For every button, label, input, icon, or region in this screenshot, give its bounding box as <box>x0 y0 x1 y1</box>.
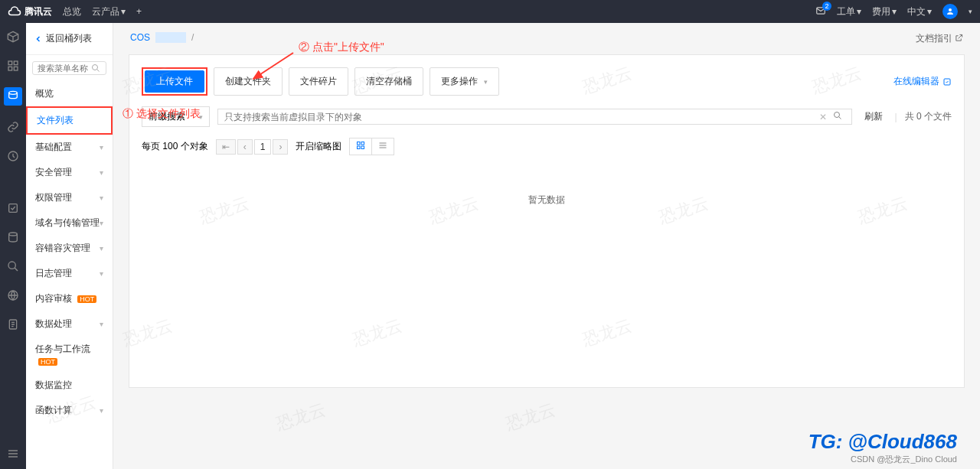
rail-cube-icon[interactable] <box>5 29 21 44</box>
sidebar-item-7[interactable]: 日志管理▾ <box>26 261 113 286</box>
rail-menu-icon[interactable] <box>5 446 21 461</box>
sidebar-item-label: 任务与工作流 HOT <box>35 343 103 366</box>
chevron-down-icon: ▾ <box>100 320 103 328</box>
per-page-label: 每页 100 个对象 <box>142 140 208 153</box>
sidebar-item-label: 文件列表 <box>37 114 74 127</box>
svg-point-13 <box>93 65 98 70</box>
nav-plus[interactable]: + <box>136 6 142 17</box>
sidebar-item-label: 域名与传输管理 <box>35 217 100 230</box>
nav-products[interactable]: 云产品 ▾ <box>92 5 126 18</box>
sidebar-item-label: 概览 <box>35 87 54 100</box>
tg-label: TG: @Cloud868 <box>808 430 957 454</box>
svg-point-15 <box>834 112 839 118</box>
nav-tickets[interactable]: 工单 ▾ <box>837 5 861 18</box>
sidebar-item-3[interactable]: 安全管理▾ <box>26 160 113 185</box>
sidebar-item-9[interactable]: 数据处理▾ <box>26 311 113 337</box>
svg-point-10 <box>8 262 15 269</box>
nav-fees[interactable]: 费用 ▾ <box>872 5 897 18</box>
doc-guide-link[interactable]: 文档指引 <box>916 32 963 45</box>
chevron-down-icon: ▾ <box>100 244 103 252</box>
rail-link-icon[interactable] <box>5 119 21 135</box>
rail-clock-icon[interactable] <box>5 148 21 164</box>
view-toggle <box>349 138 394 155</box>
fragments-button[interactable]: 文件碎片 <box>289 67 348 96</box>
sidebar-item-label: 数据处理 <box>35 318 72 331</box>
sidebar-item-label: 函数计算 <box>35 404 72 417</box>
page-first[interactable]: ⇤ <box>216 139 236 155</box>
back-to-buckets[interactable]: 返回桶列表 <box>26 23 113 55</box>
nav-lang[interactable]: 中文 ▾ <box>907 5 932 18</box>
brand-text: 腾讯云 <box>24 5 52 18</box>
brand-logo[interactable]: 腾讯云 <box>8 5 52 18</box>
sidebar-item-4[interactable]: 权限管理▾ <box>26 185 113 210</box>
arrow-left-icon <box>34 34 43 44</box>
sidebar-item-12[interactable]: 函数计算▾ <box>26 398 113 423</box>
clear-icon[interactable]: ✕ <box>816 112 830 122</box>
main: COS / 文档指引 上传文件 创建文件夹 文件碎片 清空存储桶 更多操作 在线… <box>113 23 980 469</box>
view-list[interactable] <box>372 138 394 155</box>
crumb-cos[interactable]: COS <box>130 32 150 43</box>
rail-grid-icon[interactable] <box>5 58 21 73</box>
sidebar-search-input[interactable] <box>38 64 91 73</box>
mail-icon[interactable]: 2 <box>815 5 826 18</box>
page-current[interactable]: 1 <box>254 139 272 155</box>
chevron-down-icon: ▾ <box>100 143 103 151</box>
rail-bucket-icon[interactable] <box>4 87 22 106</box>
page-next[interactable]: › <box>273 139 288 155</box>
search-icon <box>91 64 100 73</box>
svg-rect-17 <box>361 142 364 145</box>
search-bar: 前缀搜索 ✕ 刷新 | 共 0 个文件 <box>142 106 952 127</box>
thumbnail-toggle-label: 开启缩略图 <box>296 140 341 153</box>
sidebar-item-5[interactable]: 域名与传输管理▾ <box>26 210 113 236</box>
sidebar-item-11[interactable]: 数据监控 <box>26 373 113 398</box>
svg-rect-5 <box>14 67 18 70</box>
online-editor-link[interactable]: 在线编辑器 <box>893 75 952 88</box>
editor-icon <box>942 77 952 86</box>
create-folder-button[interactable]: 创建文件夹 <box>214 67 283 96</box>
cloud-icon <box>8 5 21 18</box>
toolbar: 上传文件 创建文件夹 文件碎片 清空存储桶 更多操作 在线编辑器 <box>142 67 952 96</box>
rail-check-icon[interactable] <box>5 200 21 216</box>
sidebar-search[interactable] <box>32 61 106 75</box>
clear-bucket-button[interactable]: 清空存储桶 <box>354 67 423 96</box>
rail-database-icon[interactable] <box>5 230 21 245</box>
sidebar-item-2[interactable]: 基础配置▾ <box>26 135 113 160</box>
svg-point-6 <box>9 91 18 94</box>
svg-point-1 <box>949 8 952 11</box>
avatar-caret[interactable]: ▾ <box>969 8 972 15</box>
rail-doc-icon[interactable] <box>5 317 21 332</box>
nav-overview[interactable]: 总览 <box>63 5 81 18</box>
refresh-button[interactable]: 刷新 <box>860 110 887 123</box>
rail-globe-icon[interactable] <box>5 288 21 303</box>
search-mode-select[interactable]: 前缀搜索 <box>142 106 210 127</box>
sidebar-item-0[interactable]: 概览 <box>26 81 113 106</box>
side-menu: 概览文件列表基础配置▾安全管理▾权限管理▾域名与传输管理▾容错容灾管理▾日志管理… <box>26 81 113 423</box>
mail-badge: 2 <box>822 2 831 11</box>
svg-rect-4 <box>8 67 12 70</box>
svg-rect-18 <box>358 146 361 149</box>
content-card: 上传文件 创建文件夹 文件碎片 清空存储桶 更多操作 在线编辑器 前缀搜索 ✕ <box>129 54 965 388</box>
sidebar: 返回桶列表 概览文件列表基础配置▾安全管理▾权限管理▾域名与传输管理▾容错容灾管… <box>26 23 113 469</box>
search-input[interactable] <box>224 112 816 122</box>
chevron-down-icon: ▾ <box>100 269 103 278</box>
breadcrumb-row: COS / 文档指引 <box>113 23 980 54</box>
sidebar-item-1[interactable]: 文件列表 <box>26 106 113 135</box>
sidebar-item-label: 日志管理 <box>35 267 72 280</box>
search-go-icon[interactable] <box>830 111 845 122</box>
sidebar-item-label: 权限管理 <box>35 191 72 204</box>
sidebar-item-6[interactable]: 容错容灾管理▾ <box>26 236 113 261</box>
more-actions-button[interactable]: 更多操作 <box>430 67 499 96</box>
upload-button[interactable]: 上传文件 <box>145 70 204 93</box>
page-prev[interactable]: ‹ <box>237 139 253 155</box>
view-grid[interactable] <box>350 138 372 155</box>
sidebar-item-label: 基础配置 <box>35 141 72 154</box>
crumb-bucket[interactable] <box>155 32 185 43</box>
sidebar-item-label: 内容审核 HOT <box>35 292 96 305</box>
sidebar-item-8[interactable]: 内容审核 HOT <box>26 286 113 311</box>
svg-rect-2 <box>8 61 12 65</box>
upload-highlight: 上传文件 <box>142 67 207 96</box>
rail-search-icon[interactable] <box>5 259 21 274</box>
sidebar-item-10[interactable]: 任务与工作流 HOT <box>26 337 113 373</box>
back-label: 返回桶列表 <box>46 32 92 45</box>
user-avatar[interactable] <box>942 4 958 19</box>
